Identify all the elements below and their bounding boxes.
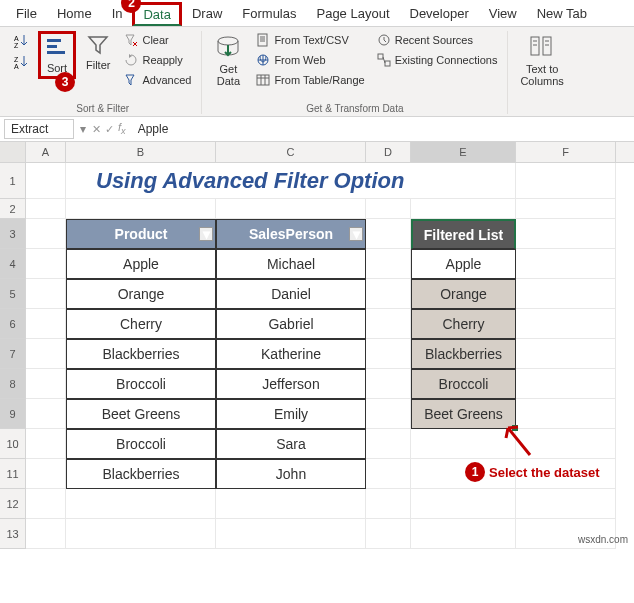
formula-bar: Extract ▾ ✕ ✓ fx Apple	[0, 117, 634, 142]
header-salesperson[interactable]: SalesPerson▾	[216, 219, 366, 249]
table-cell-salesperson[interactable]: Daniel	[216, 279, 366, 309]
web-icon	[256, 53, 270, 67]
table-cell-salesperson[interactable]: Gabriel	[216, 309, 366, 339]
row-header-13[interactable]: 13	[0, 519, 26, 549]
connections-icon	[377, 53, 391, 67]
tab-pagelayout[interactable]: Page Layout	[306, 2, 399, 26]
tab-home[interactable]: Home	[47, 2, 102, 26]
header-product[interactable]: Product▾	[66, 219, 216, 249]
row-header-2[interactable]: 2	[0, 199, 26, 219]
filter-dropdown-icon[interactable]: ▾	[349, 227, 363, 241]
row-header-12[interactable]: 12	[0, 489, 26, 519]
row-header-8[interactable]: 8	[0, 369, 26, 399]
filtered-cell[interactable]: Cherry	[411, 309, 516, 339]
col-header-A[interactable]: A	[26, 142, 66, 162]
sort-desc-button[interactable]: ZA	[10, 52, 34, 72]
filter-button[interactable]: Filter	[80, 31, 116, 73]
row-header-3[interactable]: 3	[0, 219, 26, 249]
name-box[interactable]: Extract	[4, 119, 74, 139]
tab-developer[interactable]: Developer	[400, 2, 479, 26]
tab-draw[interactable]: Draw	[182, 2, 232, 26]
select-all-corner[interactable]	[0, 142, 26, 162]
group-datatools: Text to Columns	[508, 31, 575, 114]
annotation-select-dataset: 1 Select the dataset	[465, 462, 600, 482]
row-header-11[interactable]: 11	[0, 459, 26, 489]
row-header-4[interactable]: 4	[0, 249, 26, 279]
filtered-cell[interactable]: Apple	[411, 249, 516, 279]
clear-icon	[124, 33, 138, 47]
ribbon-tabs: File Home In Data 2 Draw Formulas Page L…	[0, 0, 634, 27]
table-cell-product[interactable]: Apple	[66, 249, 216, 279]
header-filtered[interactable]: Filtered List	[411, 219, 516, 249]
clear-button[interactable]: Clear	[120, 31, 195, 49]
enter-formula-icon[interactable]: ✓	[105, 123, 114, 136]
table-cell-salesperson[interactable]: Katherine	[216, 339, 366, 369]
row-header-5[interactable]: 5	[0, 279, 26, 309]
svg-rect-4	[47, 39, 61, 42]
row-header-6[interactable]: 6	[0, 309, 26, 339]
table-cell-salesperson[interactable]: Sara	[216, 429, 366, 459]
tab-formulas[interactable]: Formulas	[232, 2, 306, 26]
get-data-button[interactable]: Get Data	[208, 31, 248, 89]
table-cell-product[interactable]: Blackberries	[66, 459, 216, 489]
svg-rect-6	[47, 51, 65, 54]
row-header-9[interactable]: 9	[0, 399, 26, 429]
group-get-transform: Get Data From Text/CSV From Web From Tab…	[202, 31, 508, 114]
tab-file[interactable]: File	[6, 2, 47, 26]
col-header-F[interactable]: F	[516, 142, 616, 162]
name-box-dropdown-icon[interactable]: ▾	[80, 122, 86, 136]
col-header-B[interactable]: B	[66, 142, 216, 162]
filtered-cell[interactable]: Broccoli	[411, 369, 516, 399]
row-header-1[interactable]: 1	[0, 163, 26, 199]
sort-asc-button[interactable]: AZ	[10, 31, 34, 51]
tab-view[interactable]: View	[479, 2, 527, 26]
sort-button[interactable]: Sort 3	[38, 31, 76, 79]
ribbon-body: AZ ZA Sort 3 Filter Clear Reapply Advanc…	[0, 27, 634, 117]
col-header-C[interactable]: C	[216, 142, 366, 162]
row-header-7[interactable]: 7	[0, 339, 26, 369]
callout-2-badge: 2	[121, 0, 141, 13]
table-cell-product[interactable]: Blackberries	[66, 339, 216, 369]
formula-input[interactable]: Apple	[132, 120, 630, 138]
existing-conn-button[interactable]: Existing Connections	[373, 51, 502, 69]
table-cell-product[interactable]: Broccoli	[66, 429, 216, 459]
watermark: wsxdn.com	[578, 534, 628, 545]
row-header-10[interactable]: 10	[0, 429, 26, 459]
cancel-formula-icon[interactable]: ✕	[92, 123, 101, 136]
text-csv-icon	[256, 33, 270, 47]
callout-1-badge: 1	[465, 462, 485, 482]
filtered-cell[interactable]: Orange	[411, 279, 516, 309]
table-cell-salesperson[interactable]: John	[216, 459, 366, 489]
text-to-columns-icon	[528, 33, 556, 61]
text-to-columns-button[interactable]: Text to Columns	[514, 31, 569, 89]
from-web-button[interactable]: From Web	[252, 51, 368, 69]
col-header-D[interactable]: D	[366, 142, 411, 162]
svg-rect-8	[258, 34, 267, 46]
filtered-cell[interactable]: Beet Greens	[411, 399, 516, 429]
svg-rect-15	[543, 37, 551, 55]
group-label-getdata: Get & Transform Data	[306, 101, 403, 114]
table-icon	[256, 73, 270, 87]
tab-newtab[interactable]: New Tab	[527, 2, 597, 26]
col-header-E[interactable]: E	[411, 142, 516, 162]
svg-rect-12	[378, 54, 383, 59]
recent-sources-button[interactable]: Recent Sources	[373, 31, 502, 49]
table-cell-salesperson[interactable]: Jefferson	[216, 369, 366, 399]
table-cell-salesperson[interactable]: Michael	[216, 249, 366, 279]
fill-handle[interactable]	[512, 425, 518, 431]
table-cell-salesperson[interactable]: Emily	[216, 399, 366, 429]
table-cell-product[interactable]: Broccoli	[66, 369, 216, 399]
fx-icon[interactable]: fx	[118, 121, 126, 136]
from-table-button[interactable]: From Table/Range	[252, 71, 368, 89]
from-text-button[interactable]: From Text/CSV	[252, 31, 368, 49]
filter-dropdown-icon[interactable]: ▾	[199, 227, 213, 241]
advanced-button[interactable]: Advanced	[120, 71, 195, 89]
filtered-cell[interactable]: Blackberries	[411, 339, 516, 369]
svg-rect-10	[257, 75, 269, 85]
reapply-button[interactable]: Reapply	[120, 51, 195, 69]
table-cell-product[interactable]: Orange	[66, 279, 216, 309]
tab-data[interactable]: Data 2	[132, 2, 181, 26]
svg-text:Z: Z	[14, 42, 19, 49]
table-cell-product[interactable]: Beet Greens	[66, 399, 216, 429]
table-cell-product[interactable]: Cherry	[66, 309, 216, 339]
